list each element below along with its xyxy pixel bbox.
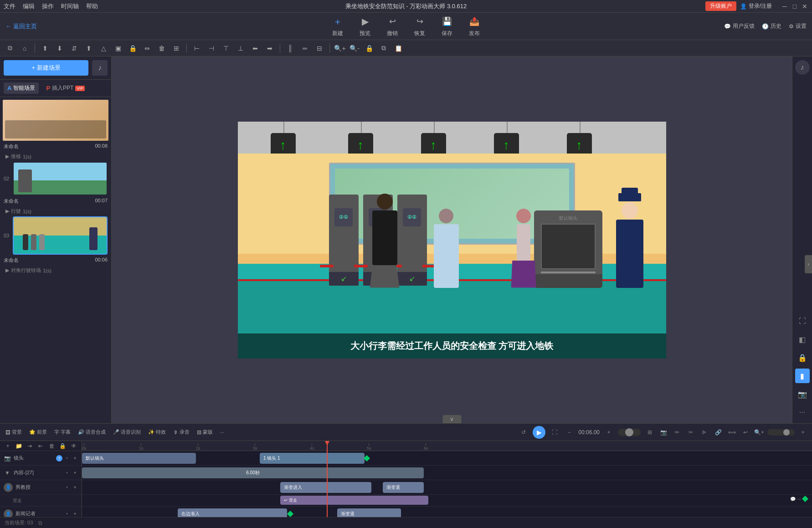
zoom-lock-button[interactable]: 🔒 <box>363 42 375 55</box>
add-track-button[interactable]: + <box>797 427 808 438</box>
distribute-h-button[interactable]: ⬅ <box>249 42 262 55</box>
copy-tool-button[interactable]: ⧉ <box>4 42 16 55</box>
panel-expand-button[interactable]: › <box>805 255 812 273</box>
login-button[interactable]: 👤 登录/注册 <box>740 2 772 10</box>
tts-tab[interactable]: 🔊 语音合成 <box>76 428 108 436</box>
blind-tab[interactable]: ▨ 蒙版 <box>195 428 215 436</box>
more-button[interactable]: ··· <box>795 405 810 420</box>
paste-button[interactable]: 📋 <box>392 42 405 55</box>
new-scene-button[interactable]: + 新建场景 <box>4 60 88 76</box>
reporter-dot[interactable]: • <box>64 511 70 517</box>
settings-button[interactable]: ⚙ 设置 <box>789 22 807 30</box>
record-tab[interactable]: 🎙 录音 <box>171 428 191 436</box>
male-teacher-walk-clip[interactable]: ↩ 背走 <box>280 496 428 505</box>
male-teacher-dot[interactable]: • <box>64 484 70 491</box>
column-button[interactable]: ║ <box>284 42 297 55</box>
fg-tab[interactable]: 🌟 前景 <box>27 428 49 436</box>
timeline-tracks-area[interactable]: 0s 1s 2s 3s 4s 5s 6s 默认镜头 1 镜头 1 6.00秒 <box>82 441 812 517</box>
male-teacher-fade-in[interactable]: 渐变进入 <box>280 482 371 493</box>
eye-button[interactable]: 👁 <box>70 441 78 451</box>
split-button[interactable]: ✂ <box>685 427 696 438</box>
lock-track-button[interactable]: 🔒 <box>59 441 67 451</box>
group-button[interactable]: ▣ <box>112 42 124 55</box>
subtitle-tab[interactable]: 字 字幕 <box>52 428 72 436</box>
chat-icon[interactable]: 💬 <box>790 497 796 502</box>
indent-button[interactable]: ⇥ <box>26 441 34 451</box>
asr-tab[interactable]: 🎤 语音识别 <box>111 428 143 436</box>
toolbar-save[interactable]: 💾 保存 <box>441 15 453 37</box>
scene-thumbnail-1[interactable] <box>2 99 109 142</box>
fullscreen-button[interactable]: ⛶ <box>795 314 810 328</box>
distribute-button[interactable]: ⊟ <box>313 42 326 55</box>
delete-button[interactable]: 🗑 <box>155 42 168 55</box>
upgrade-button[interactable]: 升级账户 <box>705 1 736 11</box>
delete-track-button[interactable]: 🗑 <box>48 441 56 451</box>
default-camera-clip[interactable]: 默认镜头 <box>82 453 196 464</box>
music-right-button[interactable]: ♪ <box>795 60 810 75</box>
align-up-button[interactable]: ⬆ <box>39 42 51 55</box>
reporter-fade-in[interactable]: 右边渐入 <box>178 508 287 517</box>
history-button[interactable]: 🕐 历史 <box>762 22 781 30</box>
bg-tab[interactable]: 🖼 背景 <box>4 428 24 436</box>
align-right-button[interactable]: ⊤ <box>220 42 232 55</box>
tl-fullscreen-button[interactable]: ⛶ <box>549 427 560 438</box>
screenshot-button[interactable]: 📷 <box>795 387 810 401</box>
canvas-collapse-button[interactable]: ∨ <box>442 415 461 423</box>
link-button[interactable]: 🔗 <box>713 427 724 438</box>
align-left-button[interactable]: ⊢ <box>190 42 203 55</box>
tl-zoom-slider[interactable] <box>767 429 795 436</box>
music-button[interactable]: ♪ <box>92 60 108 76</box>
list-item[interactable]: 02 未命名 00:07 <box>2 161 109 206</box>
menu-operate[interactable]: 操作 <box>42 2 54 10</box>
tl-plus-button[interactable]: + <box>603 427 614 438</box>
menu-edit[interactable]: 编辑 <box>23 2 35 10</box>
toolbar-new[interactable]: ＋ 新建 <box>331 15 344 37</box>
camera-dot-button[interactable]: • <box>64 455 70 461</box>
more-tl-tab[interactable]: ··· <box>218 429 226 436</box>
align-center-button[interactable]: ⊣ <box>205 42 218 55</box>
list-item[interactable]: 03 未命名 00:06 <box>2 215 109 265</box>
grid-button[interactable]: ⊞ <box>170 42 183 55</box>
color-panel-button[interactable]: ▮ <box>795 369 810 383</box>
scene-transition-3[interactable]: ▶ 对角行驶转场 1(s) <box>2 266 109 275</box>
revert-button[interactable]: ↩ <box>740 427 751 438</box>
effect-tab[interactable]: ✨ 特效 <box>146 428 168 436</box>
close-button[interactable]: ✕ <box>801 3 808 10</box>
menu-help[interactable]: 帮助 <box>86 2 98 10</box>
copy2-button[interactable]: ⧉ <box>377 42 390 55</box>
content-expand-icon[interactable]: ▼ <box>4 469 11 477</box>
tl-back-button[interactable]: ↺ <box>518 427 529 438</box>
toolbar-redo[interactable]: ↪ 恢复 <box>413 15 426 37</box>
layers-button[interactable]: ◧ <box>795 332 810 347</box>
camera-more-button[interactable]: ▾ <box>72 455 78 461</box>
shrink-button[interactable]: ⟺ <box>726 427 737 438</box>
reporter-fade-out[interactable]: 渐变退 <box>337 508 401 517</box>
fit-view-button[interactable]: ⊞ <box>644 427 655 438</box>
distribute-h2-button[interactable]: ➡ <box>263 42 276 55</box>
folder-button[interactable]: 📁 <box>15 441 23 451</box>
scene-thumbnail-3[interactable] <box>13 216 108 255</box>
canvas-wrapper[interactable]: ↑ ↑ ↑ ↑ ↑ <box>238 122 666 359</box>
tl-minus-button[interactable]: − <box>564 427 575 438</box>
filter-button[interactable]: ⫸ <box>699 427 710 438</box>
list-item[interactable]: 未命名 00:08 <box>2 99 109 151</box>
reporter-more[interactable]: ▾ <box>72 511 78 517</box>
back-home-button[interactable]: ← 返回主页 <box>5 22 37 31</box>
add-scene-button[interactable]: + <box>4 441 12 451</box>
menu-timeline[interactable]: 时间轴 <box>61 2 79 10</box>
zoom-in-button[interactable]: 🔍+ <box>334 42 346 55</box>
more-clip-icon[interactable]: ··· <box>797 497 801 502</box>
flip-h-button[interactable]: ⇔ <box>141 42 154 55</box>
toolbar-publish[interactable]: 📤 发布 <box>468 15 481 37</box>
edit-tl-button[interactable]: ✏ <box>672 427 683 438</box>
home-tool-button[interactable]: ⌂ <box>18 42 31 55</box>
copy-scene-button[interactable]: ⧉ <box>36 519 44 527</box>
scene-transition-1[interactable]: ▶ 推移 1(s) <box>2 152 109 161</box>
male-teacher-more[interactable]: ▾ <box>72 484 78 491</box>
align-down-button[interactable]: ⬇ <box>53 42 66 55</box>
lock-right-button[interactable]: 🔒 <box>795 350 810 365</box>
feedback-button[interactable]: 💬 用户反馈 <box>724 22 755 30</box>
content-clip[interactable]: 6.00秒 <box>82 467 424 478</box>
male-teacher-fade-out[interactable]: 渐变退 <box>383 482 424 493</box>
tl-speed-slider[interactable] <box>618 429 641 436</box>
